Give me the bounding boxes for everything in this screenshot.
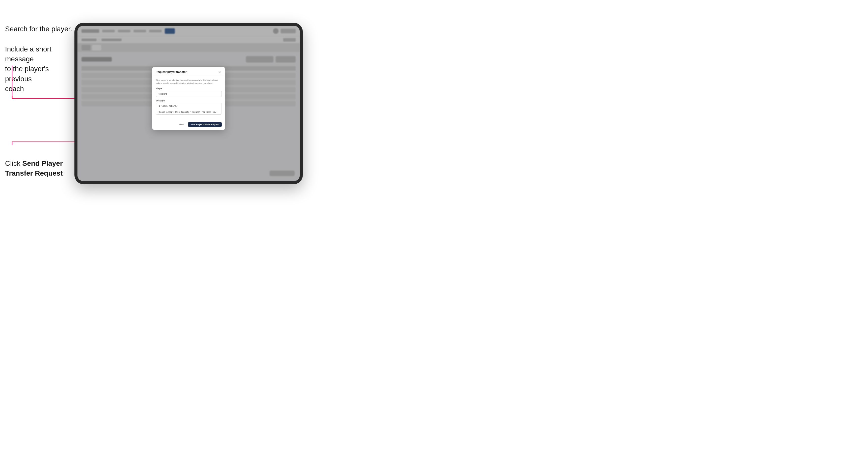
modal-footer: Cancel Send Player Transfer Request [152, 121, 225, 130]
cancel-button[interactable]: Cancel [175, 122, 186, 127]
modal-header: Request player transfer × [152, 67, 225, 76]
modal-description: If the player is transferring from anoth… [156, 79, 222, 85]
annotation-search: Search for the player. [5, 24, 72, 34]
player-input[interactable] [156, 91, 222, 97]
message-textarea[interactable] [156, 103, 222, 115]
message-label: Message [156, 99, 222, 102]
tablet-frame: › [74, 23, 303, 184]
transfer-request-modal: Request player transfer × If the player … [152, 67, 225, 130]
modal-body: If the player is transferring from anoth… [152, 76, 225, 121]
annotation-message: Include a short message to the player's … [5, 44, 77, 94]
message-field-group: Message [156, 99, 222, 118]
modal-title: Request player transfer [156, 70, 187, 73]
annotation-click: Click Send Player Transfer Request [5, 158, 77, 178]
tablet-screen: › [78, 26, 300, 181]
player-field-group: Player [156, 87, 222, 99]
player-label: Player [156, 87, 222, 90]
modal-overlay: Request player transfer × If the player … [78, 26, 300, 181]
send-transfer-request-button[interactable]: Send Player Transfer Request [188, 122, 221, 127]
modal-close-button[interactable]: × [218, 70, 222, 74]
